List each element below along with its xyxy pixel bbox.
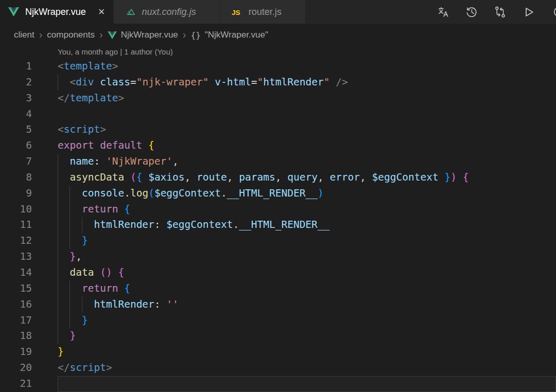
line-number: 11: [0, 217, 32, 233]
code-line-content[interactable]: name: 'NjkWraper',: [58, 154, 556, 170]
line-number: 14: [0, 265, 32, 281]
code-line-15: 15 return {: [0, 281, 556, 297]
translate-button[interactable]: [437, 5, 450, 19]
clipped-edge-button[interactable]: [550, 5, 556, 19]
code-line-11: 11 htmlRender: $eggContext.__HTML_RENDER…: [0, 217, 556, 233]
indent-guide: [70, 281, 70, 297]
code-line-content[interactable]: data () {: [58, 265, 556, 281]
tab-nuxt-config-js[interactable]: nuxt.config.js: [114, 0, 220, 24]
code-line-content[interactable]: </template>: [58, 91, 556, 106]
vue-icon: [8, 7, 19, 16]
indent-guide: [58, 75, 58, 91]
code-line-content[interactable]: [58, 376, 556, 392]
compare-changes-button[interactable]: [493, 5, 507, 19]
code-line-content[interactable]: return {: [58, 281, 556, 297]
line-number: 19: [0, 344, 32, 360]
code-line-content[interactable]: <script>: [58, 122, 556, 138]
breadcrumb-label: "NjkWraper.vue": [205, 30, 268, 40]
code-line-content[interactable]: asyncData ({ $axios, route, params, quer…: [58, 170, 556, 186]
indent-guide: [58, 281, 58, 297]
indent-guide: [58, 328, 58, 344]
line-number: 12: [0, 233, 32, 249]
code-line-content[interactable]: },: [58, 249, 556, 265]
editor: You, a month ago | 1 author (You) 1<temp…: [0, 46, 556, 392]
code-line-content[interactable]: htmlRender: $eggContext.__HTML_RENDER__: [58, 217, 556, 233]
code-line-content[interactable]: }: [58, 328, 556, 344]
breadcrumb-item-njkwraper-vue[interactable]: NjkWraper.vue: [108, 30, 178, 40]
indent-guide: [58, 170, 58, 186]
line-number: 4: [0, 106, 32, 122]
code-line-17: 17 }: [0, 313, 556, 329]
close-icon[interactable]: ×: [98, 6, 105, 17]
code-line-18: 18 }: [0, 328, 556, 344]
tab-label: nuxt.config.js: [142, 7, 196, 17]
breadcrumb-label: NjkWraper.vue: [121, 30, 178, 40]
line-number: 7: [0, 154, 32, 170]
tab-label: router.js: [249, 7, 282, 17]
code-line-2: 2 <div class="njk-wraper" v-html="htmlRe…: [0, 75, 556, 91]
chevron-right-icon: ›: [183, 29, 186, 41]
indent-guide: [58, 217, 58, 233]
indent-guide: [70, 233, 70, 249]
breadcrumb-label: client: [14, 30, 34, 40]
code-line-4: 4: [0, 106, 556, 122]
breadcrumb-item-client[interactable]: client: [14, 30, 34, 40]
indent-guide: [58, 265, 58, 281]
indent-guide: [58, 202, 58, 218]
code-line-21: 21: [0, 376, 556, 392]
tab-router-js[interactable]: JSrouter.js: [220, 0, 306, 24]
code-line-content[interactable]: }: [58, 344, 556, 360]
indent-guide: [70, 217, 70, 233]
clipped-icon: [550, 5, 556, 19]
svg-text:JS: JS: [232, 8, 240, 16]
code-line-content[interactable]: return {: [58, 202, 556, 218]
chevron-right-icon: ›: [39, 29, 43, 41]
code-line-content[interactable]: htmlRender: '': [58, 297, 556, 313]
line-number: 15: [0, 281, 32, 297]
code-line-13: 13 },: [0, 249, 556, 265]
code-line-content[interactable]: <template>: [58, 59, 556, 75]
breadcrumb-item-components[interactable]: components: [47, 30, 95, 40]
line-number: 8: [0, 170, 32, 186]
code-line-19: 19}: [0, 344, 556, 360]
code-line-content[interactable]: }: [58, 313, 556, 329]
line-number: 3: [0, 91, 32, 106]
code-line-content[interactable]: [58, 106, 556, 122]
line-number: 17: [0, 313, 32, 329]
indent-guide: [82, 297, 82, 313]
code-line-12: 12 }: [0, 233, 556, 249]
history-icon: [465, 5, 478, 19]
tab-njkwraper-vue[interactable]: NjkWraper.vue×: [0, 0, 114, 24]
indent-guide: [58, 186, 58, 202]
code-line-14: 14 data () {: [0, 265, 556, 281]
code-line-content[interactable]: console.log($eggContext.__HTML_RENDER__): [58, 186, 556, 202]
breadcrumb-label: components: [47, 30, 95, 40]
indent-guide: [82, 217, 82, 233]
tab-label: NjkWraper.vue: [25, 7, 86, 17]
timeline-history-button[interactable]: [465, 5, 478, 19]
code-line-3: 3</template>: [0, 91, 556, 106]
code-line-8: 8 asyncData ({ $axios, route, params, qu…: [0, 170, 556, 186]
line-number: 20: [0, 360, 32, 376]
run-icon: [522, 5, 535, 19]
indent-guide: [58, 154, 58, 170]
line-number: 9: [0, 186, 32, 202]
line-number: 18: [0, 328, 32, 344]
code-line-content[interactable]: }: [58, 233, 556, 249]
code-line-content[interactable]: <div class="njk-wraper" v-html="htmlRend…: [58, 75, 556, 91]
code-line-content[interactable]: </script>: [58, 360, 556, 376]
run-code-button[interactable]: [522, 5, 535, 19]
code-line-content[interactable]: export default {: [58, 138, 556, 154]
nuxt-icon: [125, 7, 136, 17]
code-line-10: 10 return {: [0, 202, 556, 218]
codelens-blame[interactable]: You, a month ago | 1 author (You): [58, 46, 556, 59]
breadcrumb-item-njkwraper-vue[interactable]: {}"NjkWraper.vue": [191, 30, 269, 40]
indent-guide: [58, 249, 58, 265]
indent-guide: [70, 297, 70, 313]
line-number: 10: [0, 202, 32, 218]
line-number: 16: [0, 297, 32, 313]
indent-guide: [70, 186, 70, 202]
compare-icon: [494, 6, 507, 19]
breadcrumb: client›components›NjkWraper.vue›{}"NjkWr…: [0, 24, 556, 46]
line-number: 1: [0, 59, 32, 75]
